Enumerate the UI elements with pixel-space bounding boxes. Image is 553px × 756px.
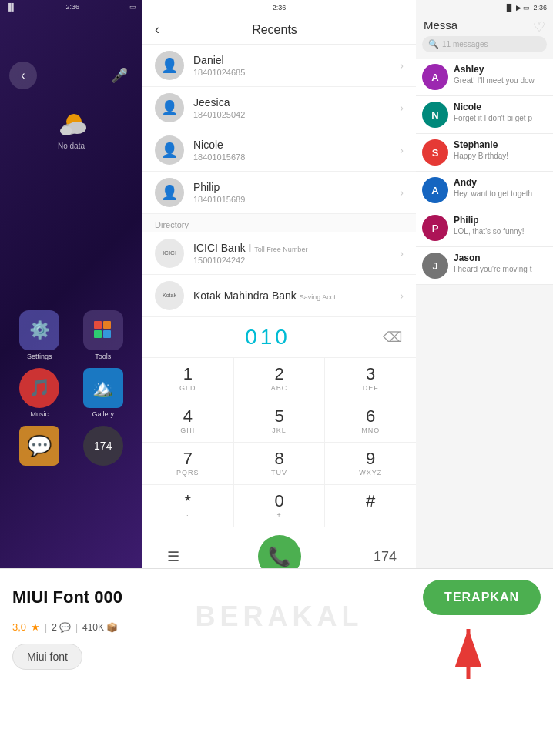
key-8[interactable]: 8 TUV [234,443,326,484]
call-button[interactable]: 📞 [258,535,301,568]
right-status-bar: ▐▌ ▶ ▭ 2:36 [416,0,553,15]
msg-avatar-jason: J [422,253,448,279]
num-app[interactable]: 174 [83,426,123,468]
middle-time: 2:36 [273,4,287,12]
msg-item-stephanie[interactable]: S Stephanie Happy Birthday! [416,134,553,172]
contact-item-kotak[interactable]: Kotak Kotak Mahindra Bank Saving Acct...… [142,275,416,317]
contact-arrow: › [400,144,404,156]
app-title: MIUI Font 000 [12,587,423,607]
app-row-2: 🎵 Music 🏔️ Gallery [8,368,135,418]
contact-item-philip[interactable]: 👤 Philip 18401015689 › [142,172,416,214]
settings-app[interactable]: ⚙️ Settings [19,310,59,360]
msg-item-ashley[interactable]: A Ashley Great! I'll meet you dow [416,59,553,96]
contact-arrow: › [400,186,404,199]
star-icon: ★ [31,621,40,633]
svg-point-3 [60,126,72,135]
svg-rect-5 [103,321,111,329]
keypad-row-1: 1 GLD 2 ABC 3 DEF [142,357,416,400]
contact-list: 👤 Daniel 18401024685 › 👤 Jeesica 1840102… [142,45,416,317]
dial-number: 010 [155,325,380,350]
gallery-app[interactable]: 🏔️ Gallery [83,368,123,418]
msg-content-stephanie: Stephanie Happy Birthday! [454,139,547,160]
contact-item-nicole[interactable]: 👤 Nicole 18401015678 › [142,129,416,172]
messages-header: Messa ♡ [416,15,553,36]
heart-icon[interactable]: ♡ [533,18,545,35]
key-0[interactable]: 0 + [234,485,326,527]
search-placeholder: 11 messages [442,40,541,49]
svg-rect-4 [94,321,102,329]
chat-app[interactable]: 💬 [19,426,59,468]
key-1[interactable]: 1 GLD [142,358,234,400]
right-signal: ▐▌ ▶ ▭ [504,4,531,12]
weather-icon [52,108,91,139]
msg-item-nicole[interactable]: N Nicole Forget it I don't bi get p [416,96,553,134]
contact-avatar-philip: 👤 [155,178,184,207]
key-6[interactable]: 6 MNO [325,400,416,442]
app-row-1: ⚙️ Settings Tools [8,310,135,360]
msg-content-nicole: Nicole Forget it I don't bi get p [454,102,547,122]
left-signal: ▐▌ [6,3,16,11]
app-row-3: 💬 174 [8,426,135,468]
right-phone-screen: ▐▌ ▶ ▭ 2:36 Messa ♡ 🔍 11 messages A Ashl… [416,0,553,568]
msg-avatar-ashley: A [422,64,448,90]
delete-button[interactable]: ⌫ [380,326,404,349]
contact-info-philip: Philip 18401015689 [193,181,400,204]
search-icon: 🔍 [428,39,439,49]
bottom-section: MIUI Font 000 TERAPKAN 3,0 ★ | 2 💬 | 410… [0,568,553,756]
contacts-button[interactable]: 174 [370,541,401,568]
contact-item-jeesica[interactable]: 👤 Jeesica 18401025042 › [142,87,416,129]
key-5[interactable]: 5 JKL [234,400,326,442]
menu-button[interactable]: ☰ [158,541,189,568]
dialer-bottom-bar: ☰ 📞 174 [142,527,416,568]
keypad-row-3: 7 PQRS 8 TUV 9 WXYZ [142,442,416,484]
separator-1: | [45,622,47,633]
msg-item-jason[interactable]: J Jason I heard you're moving t [416,247,553,285]
rating-number: 3,0 [12,621,26,633]
contact-item-daniel[interactable]: 👤 Daniel 18401024685 › [142,45,416,87]
keypad-row-2: 4 GHI 5 JKL 6 MNO [142,400,416,442]
bank-avatar-kotak: Kotak [155,281,184,310]
msg-item-philip[interactable]: P Philip LOL, that's so funny! [416,209,553,247]
key-9[interactable]: 9 WXYZ [325,443,416,484]
contact-info-nicole: Nicole 18401015678 [193,139,400,162]
key-4[interactable]: 4 GHI [142,400,234,442]
contact-arrow: › [400,59,404,72]
weather-label: No data [52,142,91,150]
keypad: 1 GLD 2 ABC 3 DEF 4 GHI 5 JKL 6 [142,357,416,527]
msg-content-philip: Philip LOL, that's so funny! [454,215,547,236]
keypad-row-4: * · 0 + # [142,484,416,527]
contact-item-icici[interactable]: ICICI ICICI Bank I Toll Free Number 1500… [142,232,416,275]
music-app[interactable]: 🎵 Music [19,368,59,418]
svg-rect-7 [103,330,111,338]
terapkan-button[interactable]: TERAPKAN [423,580,541,615]
font-preview-chip[interactable]: Miui font [12,644,82,670]
msg-avatar-philip: P [422,215,448,241]
contact-avatar-jeesica: 👤 [155,93,184,122]
reviews-count: 2 💬 [52,622,71,633]
msg-content-andy: Andy Hey, want to get togeth [454,177,547,198]
recents-header: ‹ Recents [142,15,416,45]
right-time: 2:36 [533,4,547,12]
weather-widget: No data [52,108,91,150]
contact-arrow: › [400,102,404,114]
key-3[interactable]: 3 DEF [325,358,416,400]
key-hash[interactable]: # [325,485,416,527]
middle-status-bar: 2:36 [142,0,416,15]
left-battery: ▭ [129,3,136,11]
messages-search-bar[interactable]: 🔍 11 messages [422,36,547,52]
mic-button[interactable]: 🎤 [106,62,133,89]
msg-avatar-nicole: N [422,102,448,128]
app-info-bar: MIUI Font 000 TERAPKAN [0,569,553,621]
key-star[interactable]: * · [142,485,234,527]
key-2[interactable]: 2 ABC [234,358,326,400]
back-button[interactable]: ‹ [9,62,37,89]
recents-back-button[interactable]: ‹ [155,22,159,38]
key-7[interactable]: 7 PQRS [142,443,234,484]
contact-info-daniel: Daniel 18401024685 [193,54,400,77]
size-info: 410K 📦 [82,622,118,633]
msg-avatar-andy: A [422,177,448,203]
bank-avatar-icici: ICICI [155,239,184,268]
tools-app[interactable]: Tools [83,310,123,360]
msg-item-andy[interactable]: A Andy Hey, want to get togeth [416,172,553,209]
left-phone-screen: ▐▌ 2:36 ▭ ‹ 🎤 No data ⚙️ Settings [0,0,142,568]
